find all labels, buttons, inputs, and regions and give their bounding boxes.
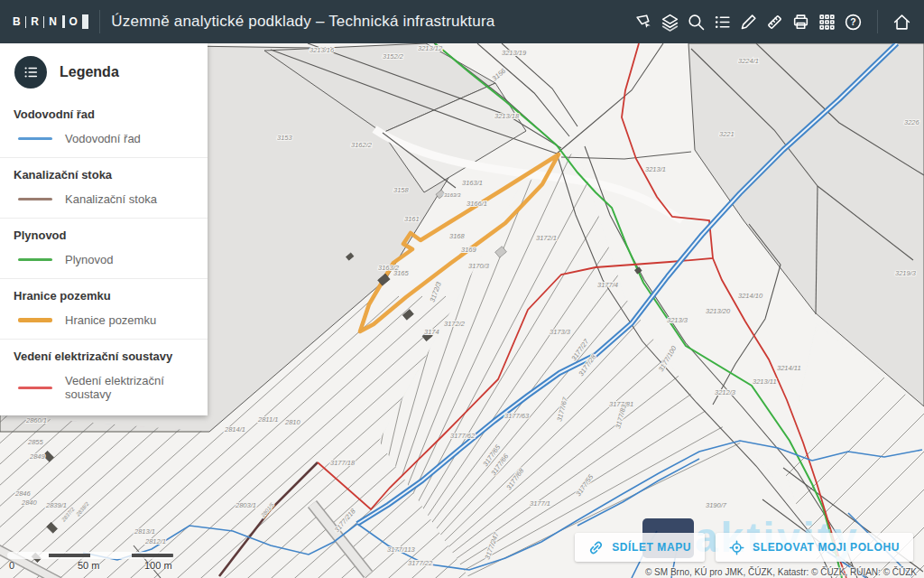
svg-text:3177/113: 3177/113 bbox=[387, 545, 416, 554]
help-icon[interactable]: ? bbox=[840, 8, 866, 35]
svg-text:2839/1: 2839/1 bbox=[45, 501, 67, 509]
svg-text:3163/1: 3163/1 bbox=[462, 179, 483, 187]
legend-header: Legenda bbox=[0, 43, 208, 98]
legend-item: Vodovodní řad bbox=[0, 132, 208, 145]
legend-section: Hranice pozemkuHranice pozemku bbox=[0, 278, 208, 339]
share-map-button[interactable]: SDÍLET MAPU bbox=[575, 533, 705, 562]
svg-text:3153: 3153 bbox=[277, 134, 293, 142]
legend-section: Kanalizační stokaKanalizační stoka bbox=[0, 157, 208, 218]
track-location-button[interactable]: SLEDOVAT MOJI POLOHU bbox=[716, 533, 913, 562]
page-title: Územně analytické podklady – Technická i… bbox=[111, 13, 494, 31]
legend-section: PlynovodPlynovod bbox=[0, 218, 208, 278]
legend-item-label: Plynovod bbox=[65, 253, 113, 266]
svg-text:3224/1: 3224/1 bbox=[738, 57, 759, 65]
svg-text:3174: 3174 bbox=[424, 328, 439, 336]
legend-icon bbox=[14, 56, 47, 89]
svg-text:3213/1: 3213/1 bbox=[645, 165, 666, 173]
svg-text:3213/18: 3213/18 bbox=[494, 112, 520, 120]
scale-bar: 0 50 m 100 m bbox=[7, 552, 188, 573]
svg-text:3170/3: 3170/3 bbox=[468, 262, 490, 270]
svg-text:3163/3: 3163/3 bbox=[444, 192, 461, 198]
brno-logo[interactable]: BRNO bbox=[13, 14, 88, 29]
share-map-label: SDÍLET MAPU bbox=[612, 541, 691, 554]
measure-ruler-icon[interactable] bbox=[762, 8, 788, 35]
legend-list-icon[interactable] bbox=[709, 8, 735, 35]
scale-label-50: 50 m bbox=[78, 560, 99, 571]
svg-text:3213/11: 3213/11 bbox=[753, 378, 777, 386]
legend-swatch bbox=[18, 137, 52, 140]
svg-text:3162/2: 3162/2 bbox=[351, 141, 373, 149]
legend-section-heading: Kanalizační stoka bbox=[14, 168, 208, 182]
share-link-icon bbox=[588, 540, 604, 555]
svg-text:2814/1: 2814/1 bbox=[224, 425, 245, 434]
print-icon[interactable] bbox=[788, 8, 814, 35]
svg-text:3213/19: 3213/19 bbox=[502, 49, 527, 57]
scale-label-100: 100 m bbox=[144, 560, 172, 571]
legend-item: Plynovod bbox=[0, 253, 208, 266]
svg-text:2812/1: 2812/1 bbox=[144, 537, 166, 545]
apps-grid-icon[interactable] bbox=[814, 8, 840, 35]
svg-text:3177/22: 3177/22 bbox=[408, 559, 433, 567]
legend-swatch bbox=[18, 387, 52, 389]
area-select-icon[interactable] bbox=[631, 8, 657, 35]
svg-text:3177/62: 3177/62 bbox=[450, 432, 476, 440]
svg-text:?: ? bbox=[850, 16, 855, 27]
svg-text:3166/1: 3166/1 bbox=[467, 200, 487, 208]
scale-segment bbox=[49, 554, 90, 557]
app-header: BRNO Územně analytické podklady – Techni… bbox=[0, 0, 924, 43]
svg-text:2846: 2846 bbox=[14, 489, 32, 498]
svg-text:3214/10: 3214/10 bbox=[738, 292, 763, 300]
map-buttons: SDÍLET MAPU SLEDOVAT MOJI POLOHU bbox=[575, 533, 913, 562]
toolbar-divider bbox=[877, 10, 878, 33]
svg-text:3212/3: 3212/3 bbox=[715, 388, 736, 396]
svg-text:3169: 3169 bbox=[461, 246, 477, 254]
legend-section-heading: Vodovodní řad bbox=[14, 107, 208, 121]
svg-text:3165: 3165 bbox=[393, 269, 410, 277]
legend-swatch bbox=[18, 198, 52, 200]
scale-label-0: 0 bbox=[9, 560, 14, 571]
legend-swatch bbox=[18, 258, 52, 261]
svg-text:3161: 3161 bbox=[404, 215, 420, 223]
svg-text:3177/1: 3177/1 bbox=[530, 499, 550, 508]
svg-text:2860/1: 2860/1 bbox=[25, 416, 47, 424]
legend-item-label: Kanalizační stoka bbox=[65, 192, 157, 206]
svg-text:2840: 2840 bbox=[21, 499, 38, 507]
svg-text:3177/63: 3177/63 bbox=[504, 412, 530, 420]
svg-text:3177/4: 3177/4 bbox=[597, 281, 618, 289]
svg-text:2811/1: 2811/1 bbox=[257, 415, 278, 424]
layers-icon[interactable] bbox=[657, 8, 683, 35]
legend-sections: Vodovodní řadVodovodní řadKanalizační st… bbox=[0, 98, 208, 413]
legend-section: Vedení elektrizační soustavyVedení elekt… bbox=[0, 339, 208, 413]
legend-item-label: Vedení elektrizační soustavy bbox=[65, 374, 208, 401]
home-icon[interactable] bbox=[889, 8, 915, 35]
svg-text:3221: 3221 bbox=[719, 130, 735, 138]
legend-section-heading: Vedení elektrizační soustavy bbox=[14, 350, 208, 363]
legend-item: Hranice pozemku bbox=[0, 313, 208, 327]
legend-item-label: Vodovodní řad bbox=[65, 132, 141, 145]
svg-text:3213/3: 3213/3 bbox=[667, 316, 688, 324]
locate-icon bbox=[729, 540, 744, 555]
legend-swatch bbox=[18, 318, 52, 322]
svg-text:2813/1: 2813/1 bbox=[134, 527, 155, 536]
search-icon[interactable] bbox=[683, 8, 709, 35]
svg-text:3172/2: 3172/2 bbox=[444, 320, 466, 328]
legend-section: Vodovodní řadVodovodní řad bbox=[0, 98, 208, 157]
scale-bar-track bbox=[7, 552, 173, 559]
svg-text:3214/11: 3214/11 bbox=[777, 364, 801, 372]
legend-item: Kanalizační stoka bbox=[0, 192, 208, 206]
svg-text:3219/3: 3219/3 bbox=[895, 269, 917, 277]
legend-panel: Legenda Vodovodní řadVodovodní řadKanali… bbox=[0, 43, 208, 415]
header-divider bbox=[99, 10, 100, 33]
svg-text:3177/18: 3177/18 bbox=[330, 459, 356, 467]
svg-text:3152/2: 3152/2 bbox=[383, 52, 404, 61]
legend-section-heading: Plynovod bbox=[14, 228, 208, 242]
draw-pencil-icon[interactable] bbox=[735, 8, 762, 35]
svg-text:3213/16: 3213/16 bbox=[310, 46, 335, 54]
scale-segment bbox=[132, 554, 173, 557]
map-copyright: © SM Brno, KÚ pro JMK, ČÚZK, Katastr: © … bbox=[645, 567, 917, 577]
svg-text:3190/7: 3190/7 bbox=[706, 501, 727, 509]
svg-text:2849: 2849 bbox=[29, 452, 46, 461]
svg-text:3213/20: 3213/20 bbox=[706, 307, 731, 315]
header-toolbar: ? bbox=[631, 8, 915, 35]
svg-text:3168: 3168 bbox=[449, 232, 466, 240]
